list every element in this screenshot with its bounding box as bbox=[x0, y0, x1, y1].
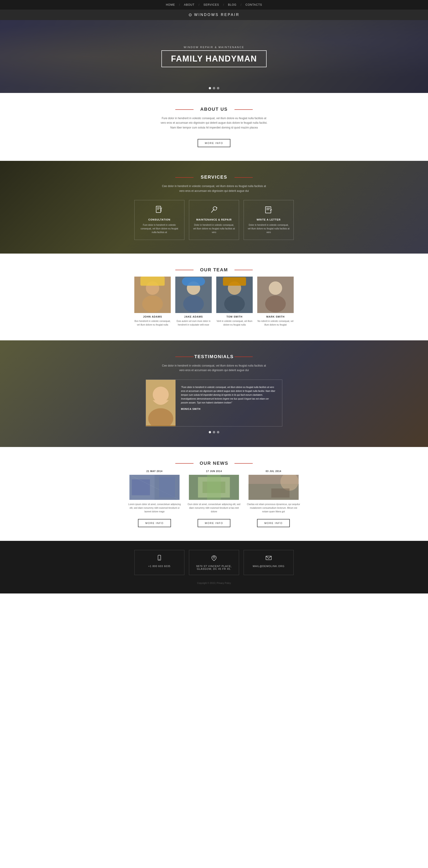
news-card-1: 17 JUN 2014 Oum dolor sit amet, consecte… bbox=[187, 470, 241, 527]
team-photo-1 bbox=[175, 277, 212, 313]
footer-contact-address: 9870 ST VINCENT PLACE, GLASGOW, DC 45 FR… bbox=[189, 550, 239, 575]
testimonials-description: Cee dolor in hendrerit in volestic conse… bbox=[159, 363, 269, 373]
footer-contact-phone: +1 800 603 6035 bbox=[134, 550, 185, 575]
nav-contacts[interactable]: CONTACTS bbox=[245, 3, 262, 6]
footer-copyright: Copyright © 2015 | Privacy Policy bbox=[5, 582, 423, 584]
service-card-1: MAINTENANCE & REPAIR Dolor in hendrerit … bbox=[189, 200, 239, 240]
svg-rect-19 bbox=[140, 277, 165, 286]
team-name-1: JAKE ADAMS bbox=[175, 315, 212, 318]
news-more-info-0[interactable]: MORE INFO bbox=[138, 519, 171, 527]
maintenance-icon bbox=[193, 206, 235, 216]
team-bio-0: Bon hendrerit in volestic consequat, vel… bbox=[134, 319, 171, 327]
services-title: SERVICES bbox=[5, 175, 423, 180]
team-photo-3 bbox=[257, 277, 294, 313]
brand-name: WINDOWS REPAIR bbox=[194, 13, 240, 17]
team-member-1: JAKE ADAMS Duis autem vel eum iriure dol… bbox=[175, 277, 212, 327]
svg-rect-23 bbox=[182, 277, 205, 286]
nav-sep-1: / bbox=[179, 3, 180, 6]
service-name-0: CONSULTATION bbox=[138, 218, 180, 221]
about-btn-wrap: MORE INFO bbox=[5, 137, 423, 147]
services-grid: CONSULTATION Fure dolor in hendrerit in … bbox=[134, 200, 294, 240]
svg-point-32 bbox=[153, 386, 169, 403]
nav-blog[interactable]: BLOG bbox=[228, 3, 236, 6]
news-more-info-1[interactable]: MORE INFO bbox=[198, 519, 230, 527]
team-bio-2: Verit in volestic consequat, vel illum d… bbox=[216, 319, 253, 327]
news-more-info-2[interactable]: MORE INFO bbox=[257, 519, 290, 527]
news-date-1: 17 JUN 2014 bbox=[187, 470, 241, 472]
svg-point-18 bbox=[142, 296, 163, 313]
nav-sep-3: / bbox=[223, 3, 224, 6]
services-description: Cee dolor in hendrerit in volestic conse… bbox=[159, 184, 269, 193]
svg-rect-46 bbox=[271, 489, 289, 498]
nav-services[interactable]: SERVICES bbox=[203, 3, 219, 6]
team-bio-1: Duis autem vel eum iriure dolor in hendr… bbox=[175, 319, 212, 327]
testi-dot-3[interactable] bbox=[217, 431, 219, 433]
footer-contacts: +1 800 603 6035 9870 ST VINCENT PLACE, G… bbox=[134, 550, 294, 575]
testimonial-dots bbox=[5, 431, 423, 433]
hero-subtitle: WINDOW REPAIR & MAINTENANCE bbox=[161, 46, 267, 49]
location-icon bbox=[194, 555, 234, 562]
team-member-2: TOM SMITH Verit in volestic consequat, v… bbox=[216, 277, 253, 327]
service-card-2: WRITE A LETTER Dolor in hendrerit in vol… bbox=[243, 200, 294, 240]
services-section: SERVICES Cee dolor in hendrerit in voles… bbox=[0, 161, 428, 254]
about-more-info-button[interactable]: MORE INFO bbox=[198, 139, 230, 147]
footer-email-text: MAIL@DEMOLINK.ORG bbox=[249, 565, 289, 567]
team-member-0: JOHN ADAMS Bon hendrerit in volestic con… bbox=[134, 277, 171, 327]
news-grid: 21 MAY 2014 Lorem ipsum dolor sit amet, … bbox=[128, 470, 300, 527]
testimonial-content: "Fure dolor in hendrerit in volestic con… bbox=[175, 380, 282, 426]
service-desc-0: Fure dolor in hendrerit in volestic cons… bbox=[138, 223, 180, 234]
service-name-2: WRITE A LETTER bbox=[248, 218, 290, 221]
team-title: OUR TEAM bbox=[5, 267, 423, 273]
svg-line-15 bbox=[271, 209, 272, 210]
news-text-1: Oum dolor sit amet, consectetuer adipisc… bbox=[187, 503, 241, 514]
team-name-2: TOM SMITH bbox=[216, 315, 253, 318]
news-photo-0 bbox=[128, 475, 182, 500]
testi-dot-1[interactable] bbox=[209, 431, 211, 433]
news-photo-2 bbox=[246, 475, 300, 500]
team-photo-0 bbox=[134, 277, 171, 313]
hero-title: FAMILY HANDYMAN bbox=[171, 54, 257, 64]
news-section: OUR NEWS 21 MAY 2014 Lorem ipsum dolor s… bbox=[0, 447, 428, 541]
news-date-2: 03 JUL 2014 bbox=[246, 470, 300, 472]
team-grid: JOHN ADAMS Bon hendrerit in volestic con… bbox=[134, 277, 294, 327]
hero-dot-2[interactable] bbox=[213, 87, 215, 89]
service-card-0: CONSULTATION Fure dolor in hendrerit in … bbox=[134, 200, 185, 240]
testi-dot-2[interactable] bbox=[213, 431, 215, 433]
nav-sep-2: / bbox=[199, 3, 199, 6]
testimonial-box: "Fure dolor in hendrerit in volestic con… bbox=[146, 379, 282, 427]
testimonials-title: TESTIMONIALS bbox=[5, 354, 423, 359]
footer-contact-email: MAIL@DEMOLINK.ORG bbox=[243, 550, 294, 575]
news-card-2: 03 JUL 2014 Claritas est etiam processus… bbox=[246, 470, 300, 527]
svg-rect-36 bbox=[132, 479, 150, 495]
about-title: ABOUT US bbox=[5, 106, 423, 112]
news-photo-1 bbox=[187, 475, 241, 500]
testimonials-section: TESTIMONIALS Cee dolor in hendrerit in v… bbox=[0, 340, 428, 447]
testimonial-text-0: "Fure dolor in hendrerit in volestic con… bbox=[181, 385, 276, 405]
service-desc-2: Dolor in hendrerit in volestic consequat… bbox=[248, 223, 290, 234]
hero-section: WINDOW REPAIR & MAINTENANCE FAMILY HANDY… bbox=[0, 20, 428, 93]
nav-about[interactable]: ABOUT bbox=[184, 3, 194, 6]
hero-dot-1[interactable] bbox=[209, 87, 211, 89]
about-section: ABOUT US Fure dolor in hendrerit in vole… bbox=[0, 93, 428, 161]
svg-point-26 bbox=[224, 296, 245, 313]
testimonial-name-0: MONICA SMITH bbox=[181, 408, 276, 410]
brand-icon: ⊙ bbox=[189, 12, 192, 17]
hero-content: WINDOW REPAIR & MAINTENANCE FAMILY HANDY… bbox=[161, 46, 267, 67]
hero-slider-dots bbox=[209, 87, 219, 89]
main-nav: HOME / ABOUT / SERVICES / BLOG / CONTACT… bbox=[0, 0, 428, 9]
svg-point-22 bbox=[183, 296, 204, 313]
testimonial-photo bbox=[146, 380, 175, 426]
team-name-3: MARK SMITH bbox=[257, 315, 294, 318]
nav-home[interactable]: HOME bbox=[166, 3, 175, 6]
team-section: OUR TEAM JOHN ADAMS Bon hendrerit in vol… bbox=[0, 254, 428, 340]
footer: +1 800 603 6035 9870 ST VINCENT PLACE, G… bbox=[0, 541, 428, 593]
news-text-0: Lorem ipsum dolor sit amet, consectetuer… bbox=[128, 503, 182, 514]
consultation-icon bbox=[138, 206, 180, 216]
hero-dot-3[interactable] bbox=[217, 87, 219, 89]
footer-address-text: 9870 ST VINCENT PLACE, GLASGOW, DC 45 FR… bbox=[194, 565, 234, 570]
news-date-0: 21 MAY 2014 bbox=[128, 470, 182, 472]
svg-point-30 bbox=[265, 296, 286, 313]
team-name-0: JOHN ADAMS bbox=[134, 315, 171, 318]
svg-point-29 bbox=[269, 281, 282, 295]
phone-icon bbox=[139, 555, 179, 562]
